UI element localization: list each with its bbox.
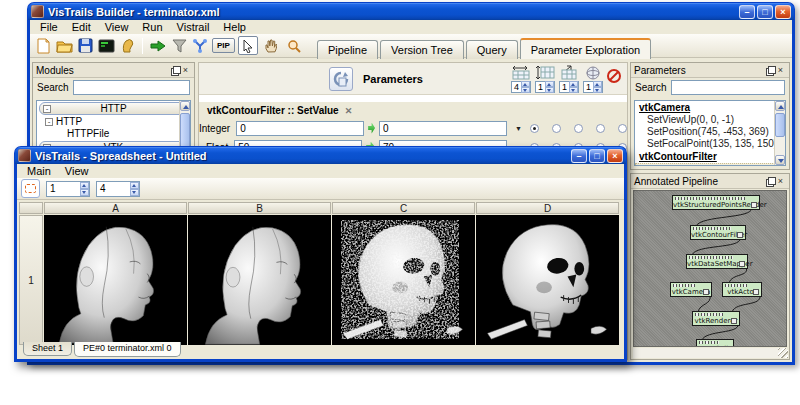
history-icon[interactable] xyxy=(118,37,136,55)
no-exploration-icon[interactable] xyxy=(607,69,621,83)
param-group-vtkcontourfilter[interactable]: vtkContourFilter xyxy=(635,150,785,163)
zoom-magnifier-icon[interactable] xyxy=(284,36,304,55)
tab-pipeline[interactable]: Pipeline xyxy=(317,40,378,59)
column-header-b[interactable]: B xyxy=(188,202,331,214)
param-group-vtkcamera[interactable]: vtkCamera xyxy=(635,101,785,114)
head-render-image xyxy=(188,215,331,345)
close-button[interactable]: × xyxy=(607,149,623,163)
maximize-button[interactable]: □ xyxy=(589,149,605,163)
execute-icon[interactable] xyxy=(149,37,167,55)
module-item-httpfile[interactable]: HTTPFile xyxy=(37,128,190,140)
save-vistrail-icon[interactable] xyxy=(76,37,94,55)
minimize-button[interactable]: – xyxy=(571,149,587,163)
pipeline-node-vtkcell[interactable]: VTKCell xyxy=(696,339,734,347)
pip-toggle-button[interactable]: PIP xyxy=(212,38,235,53)
delete-group-icon[interactable]: ✕ xyxy=(345,106,353,116)
close-panel-icon[interactable]: × xyxy=(775,176,786,187)
modules-search-input[interactable] xyxy=(73,80,190,95)
pipeline-hscrollbar[interactable] xyxy=(633,348,787,358)
close-panel-icon[interactable]: × xyxy=(180,65,191,76)
tab-version-tree[interactable]: Version Tree xyxy=(380,40,464,59)
module-item-http[interactable]: -HTTP xyxy=(37,116,190,128)
param-setfocalpoint[interactable]: SetFocalPoint(135, 135, 150) xyxy=(635,138,785,150)
module-package-http[interactable]: -HTTP xyxy=(39,102,188,115)
render-cell-b[interactable] xyxy=(188,215,331,345)
menu-view[interactable]: View xyxy=(99,21,135,33)
pipeline-node-vtkstructuredpointsreader[interactable]: vtkStructuredPointsReader xyxy=(672,195,760,210)
float-panel-icon[interactable] xyxy=(764,65,775,76)
menu-view[interactable]: View xyxy=(59,165,95,177)
parameters-scrollbar[interactable] xyxy=(774,101,785,165)
menu-help[interactable]: Help xyxy=(217,21,252,33)
spreadsheet-window: VisTrails - Spreadsheet - Untitled – □ ×… xyxy=(14,146,627,362)
spreadsheet-menubar: Main View xyxy=(17,164,624,178)
y-direction-grid-icon[interactable]: 1 xyxy=(535,65,555,93)
column-header-c[interactable]: C xyxy=(332,202,475,214)
menu-edit[interactable]: Edit xyxy=(66,21,97,33)
dim-radio[interactable] xyxy=(574,124,583,133)
pipeline-node-vtkdatasetmapper[interactable]: vtkDataSetMapper xyxy=(686,254,748,269)
open-vistrail-icon[interactable] xyxy=(55,37,73,55)
sheet-tab-pe0[interactable]: PE#0 terminator.xml 0 xyxy=(74,342,181,357)
render-cell-c[interactable] xyxy=(332,215,475,345)
console-icon[interactable] xyxy=(97,37,115,55)
pipeline-node-vtkcontourfilter[interactable]: vtkContourFilter xyxy=(690,225,746,240)
param-row-integer: Integer ▼ xyxy=(199,119,627,137)
query-icon[interactable] xyxy=(170,37,188,55)
float-panel-icon[interactable] xyxy=(764,176,775,187)
pipeline-node-vtkactor[interactable]: vtkActor xyxy=(722,282,762,297)
to-value-input[interactable] xyxy=(379,121,507,136)
close-button[interactable]: × xyxy=(775,5,791,19)
parameters-search-label: Search xyxy=(635,82,667,93)
row-count-spinner[interactable]: 1 xyxy=(46,181,90,197)
parameters-panel: Parameters × Search vtkCamera SetViewUp(… xyxy=(630,62,790,170)
version-split-icon[interactable] xyxy=(191,37,209,55)
new-vistrail-icon[interactable] xyxy=(34,37,52,55)
corner-header xyxy=(19,202,43,214)
column-header-a[interactable]: A xyxy=(44,202,187,214)
menu-run[interactable]: Run xyxy=(136,21,168,33)
pipeline-node-vtkrenderer[interactable]: vtkRenderer xyxy=(692,311,740,326)
x-direction-grid-icon[interactable]: 4 xyxy=(511,65,531,93)
dim-radio[interactable] xyxy=(552,124,561,133)
spreadsheet-titlebar[interactable]: VisTrails - Spreadsheet - Untitled – □ × xyxy=(14,146,627,164)
dim-radio[interactable] xyxy=(596,124,605,133)
builder-titlebar[interactable]: VisTrails Builder - terminator.xml – □ × xyxy=(27,2,795,20)
float-panel-icon[interactable] xyxy=(169,65,180,76)
close-panel-icon[interactable]: × xyxy=(775,65,786,76)
cell-selection-icon[interactable] xyxy=(21,179,40,198)
from-value-input[interactable] xyxy=(236,121,364,136)
sheet-tab-bar: Sheet 1 PE#0 terminator.xml 0 xyxy=(19,342,622,357)
z-direction-grid-icon[interactable]: 1 xyxy=(559,65,579,93)
dimension-radios xyxy=(530,124,627,133)
head-render-image xyxy=(44,215,187,345)
pipeline-node-vtkcamera[interactable]: vtkCamera xyxy=(670,282,712,297)
minimize-button[interactable]: – xyxy=(739,5,755,19)
render-cell-a[interactable] xyxy=(44,215,187,345)
sheet-tab-sheet1[interactable]: Sheet 1 xyxy=(23,342,72,356)
pipeline-canvas[interactable]: vtkStructuredPointsReader vtkContourFilt… xyxy=(633,190,787,347)
builder-window-title: VisTrails Builder - terminator.xml xyxy=(48,6,739,18)
time-sphere-icon[interactable]: 1 xyxy=(583,65,603,93)
tab-parameter-exploration[interactable]: Parameter Exploration xyxy=(520,38,651,59)
render-cell-d[interactable] xyxy=(476,215,619,345)
modules-search-label: Search xyxy=(37,82,69,93)
column-header-d[interactable]: D xyxy=(476,202,619,214)
menu-file[interactable]: File xyxy=(34,21,64,33)
column-count-spinner[interactable]: 4 xyxy=(96,181,140,197)
menu-vistrail[interactable]: Vistrail xyxy=(171,21,216,33)
maximize-button[interactable]: □ xyxy=(757,5,773,19)
pan-hand-icon[interactable] xyxy=(261,36,281,55)
tab-query[interactable]: Query xyxy=(466,40,518,59)
select-cursor-icon[interactable] xyxy=(238,36,258,55)
dim-radio[interactable] xyxy=(618,124,627,133)
parameters-search-input[interactable] xyxy=(671,80,785,95)
menu-main[interactable]: Main xyxy=(21,165,57,177)
param-setposition[interactable]: SetPosition(745, -453, 369) xyxy=(635,126,785,138)
resize-grip[interactable] xyxy=(778,348,788,358)
interpolator-dropdown-icon[interactable]: ▼ xyxy=(515,125,522,132)
dim-radio[interactable] xyxy=(530,124,539,133)
row-header-1[interactable]: 1 xyxy=(19,215,43,345)
param-setviewup[interactable]: SetViewUp(0, 0, -1) xyxy=(635,114,785,126)
param-setvalue[interactable]: SetValue(0, 67) xyxy=(635,163,785,166)
